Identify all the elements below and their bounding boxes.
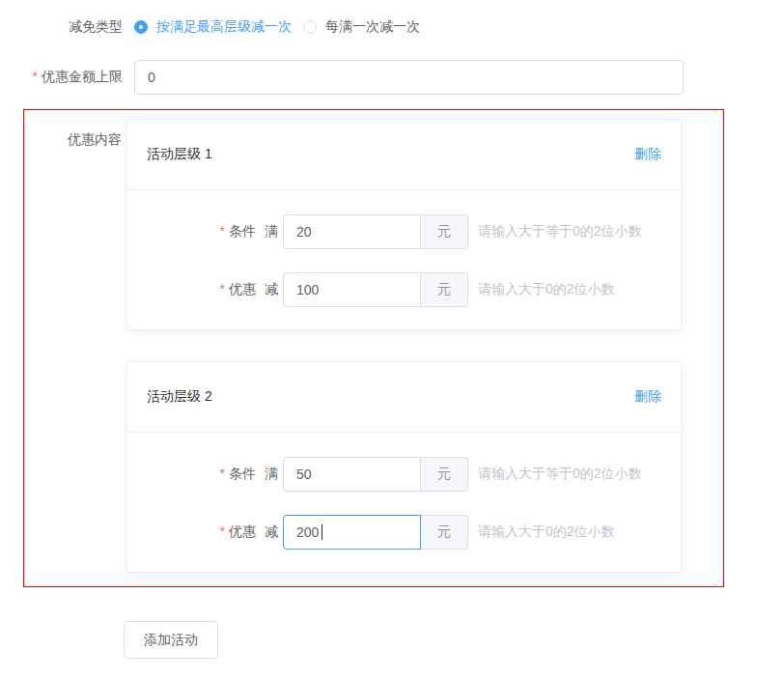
radio-unselected-icon[interactable] (303, 20, 317, 34)
discount-row: *优惠 减 元 请输入大于0的2位小数 (127, 272, 681, 307)
delete-tier-button[interactable]: 删除 (634, 388, 661, 406)
discount-input-group: 元 (283, 272, 468, 307)
unit-append: 元 (421, 515, 468, 550)
tier-card-list: 活动层级 1 删除 *条件 满 元 请输入大于等于0的2位小数 *优惠 (126, 119, 682, 573)
input-hint: 请输入大于等于0的2位小数 (478, 223, 642, 240)
radio-option-label[interactable]: 每满一次减一次 (325, 18, 420, 36)
required-mark: * (33, 69, 38, 84)
radio-option-label[interactable]: 按满足最高层级减一次 (156, 18, 292, 36)
unit-append: 元 (421, 214, 468, 249)
discount-cap-label-text: 优惠金额上限 (42, 69, 123, 84)
discount-amount-input-focused[interactable] (283, 515, 421, 550)
required-mark: * (220, 223, 225, 239)
radio-option-every-time[interactable]: 每满一次减一次 (303, 18, 420, 36)
condition-label: *条件 (127, 466, 256, 483)
reduction-type-radio-group: 按满足最高层级减一次 每满一次减一次 (134, 18, 432, 36)
discount-amount-input[interactable] (283, 272, 421, 307)
tier-card-title: 活动层级 1 (147, 146, 212, 163)
tier-card-body: *条件 满 元 请输入大于等于0的2位小数 *优惠 减 元 (127, 190, 681, 329)
condition-input-group: 元 (283, 457, 468, 492)
discount-cap-label: *优惠金额上限 (0, 69, 123, 86)
tier-card-title: 活动层级 2 (147, 388, 212, 406)
tier-card-2: 活动层级 2 删除 *条件 满 元 请输入大于等于0的2位小数 *优惠 (126, 361, 682, 573)
discount-prefix: 减 (265, 281, 278, 298)
condition-label-text: 条件 (229, 466, 256, 481)
tier-card-body: *条件 满 元 请输入大于等于0的2位小数 *优惠 减 (127, 433, 681, 572)
discount-content-label: 优惠内容 (24, 119, 122, 149)
discount-label: *优惠 (127, 523, 256, 541)
discount-row: *优惠 减 元 请输入大于0的2位小数 (127, 515, 681, 550)
required-mark: * (220, 281, 225, 297)
input-hint: 请输入大于等于0的2位小数 (478, 466, 642, 483)
tier-card-header: 活动层级 2 删除 (127, 362, 681, 433)
discount-label-text: 优惠 (229, 523, 256, 539)
input-hint: 请输入大于0的2位小数 (478, 523, 615, 541)
discount-input-group: 元 (283, 515, 468, 550)
tier-card-1: 活动层级 1 删除 *条件 满 元 请输入大于等于0的2位小数 *优惠 (126, 119, 682, 330)
discount-label-text: 优惠 (229, 281, 256, 297)
input-hint: 请输入大于0的2位小数 (478, 281, 615, 298)
promotion-form-page: 减免类型 按满足最高层级减一次 每满一次减一次 *优惠金额上限 优惠内容 活动层… (0, 14, 784, 679)
discount-prefix: 减 (265, 523, 278, 541)
condition-label: *条件 (127, 223, 256, 240)
discount-content-outline: 优惠内容 活动层级 1 删除 *条件 满 元 请输入大于等于 (23, 109, 724, 587)
discount-cap-input[interactable] (134, 60, 684, 95)
unit-append: 元 (421, 457, 468, 492)
required-mark: * (220, 523, 225, 539)
discount-label: *优惠 (127, 281, 256, 298)
radio-option-highest-tier[interactable]: 按满足最高层级减一次 (134, 18, 292, 36)
condition-input-group: 元 (283, 214, 468, 249)
add-activity-button[interactable]: 添加活动 (124, 621, 218, 659)
condition-prefix: 满 (265, 466, 278, 483)
condition-row: *条件 满 元 请输入大于等于0的2位小数 (127, 214, 681, 249)
reduction-type-row: 减免类型 按满足最高层级减一次 每满一次减一次 (0, 14, 784, 41)
condition-amount-input[interactable] (283, 214, 421, 249)
condition-prefix: 满 (265, 223, 278, 240)
reduction-type-label: 减免类型 (0, 18, 123, 36)
radio-selected-icon[interactable] (134, 20, 148, 34)
tier-card-header: 活动层级 1 删除 (127, 120, 681, 190)
delete-tier-button[interactable]: 删除 (634, 146, 661, 163)
condition-row: *条件 满 元 请输入大于等于0的2位小数 (127, 457, 681, 492)
required-mark: * (220, 466, 225, 481)
condition-amount-input[interactable] (283, 457, 421, 492)
unit-append: 元 (421, 272, 468, 307)
discount-cap-row: *优惠金额上限 (0, 60, 784, 95)
condition-label-text: 条件 (229, 223, 256, 239)
